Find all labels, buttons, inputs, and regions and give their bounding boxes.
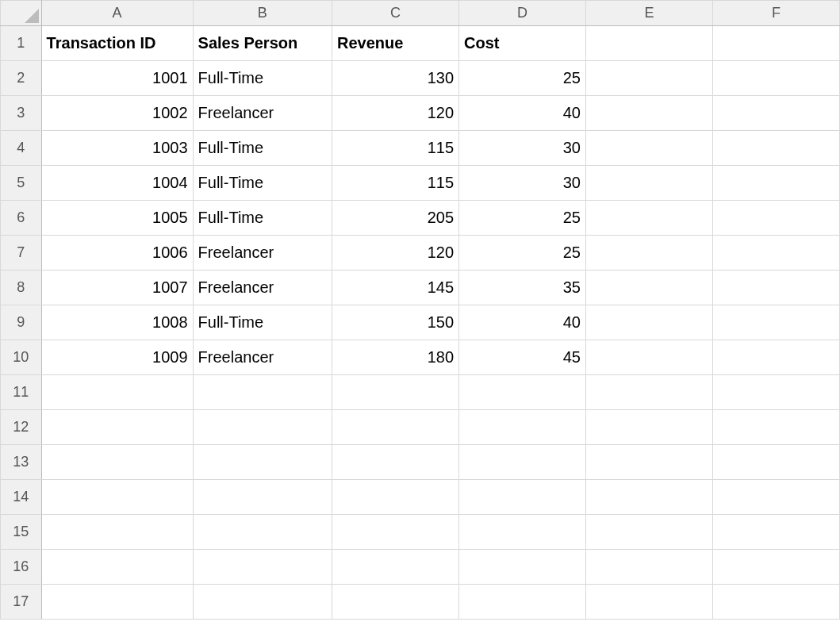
column-header-C[interactable]: C [332, 1, 459, 26]
cell-C10[interactable]: 180 [332, 340, 459, 375]
cell-F11[interactable] [712, 375, 839, 410]
cell-C13[interactable] [332, 445, 459, 480]
cell-C11[interactable] [332, 375, 459, 410]
cell-C1[interactable]: Revenue [332, 26, 459, 61]
cell-A12[interactable] [41, 410, 193, 445]
cell-B7[interactable]: Freelancer [193, 236, 332, 271]
cell-D3[interactable]: 40 [459, 96, 586, 131]
cell-E5[interactable] [586, 166, 713, 201]
cell-E13[interactable] [586, 445, 713, 480]
cell-D6[interactable]: 25 [459, 201, 586, 236]
cell-C4[interactable]: 115 [332, 131, 459, 166]
column-header-B[interactable]: B [193, 1, 332, 26]
cell-E11[interactable] [586, 375, 713, 410]
cell-E15[interactable] [586, 515, 713, 550]
cell-D10[interactable]: 45 [459, 340, 586, 375]
cell-D12[interactable] [459, 410, 586, 445]
cell-E8[interactable] [586, 271, 713, 305]
cell-D11[interactable] [459, 375, 586, 410]
cell-A16[interactable] [41, 550, 193, 585]
cell-F6[interactable] [712, 201, 839, 236]
cell-D4[interactable]: 30 [459, 131, 586, 166]
cell-A14[interactable] [41, 480, 193, 515]
cell-B5[interactable]: Full-Time [193, 166, 332, 201]
cell-A13[interactable] [41, 445, 193, 480]
cell-B3[interactable]: Freelancer [193, 96, 332, 131]
cell-D5[interactable]: 30 [459, 166, 586, 201]
cell-D16[interactable] [459, 550, 586, 585]
row-header-10[interactable]: 10 [1, 340, 42, 375]
cell-F15[interactable] [712, 515, 839, 550]
cell-B12[interactable] [193, 410, 332, 445]
cell-A7[interactable]: 1006 [41, 236, 193, 271]
cell-F3[interactable] [712, 96, 839, 131]
row-header-1[interactable]: 1 [1, 26, 42, 61]
cell-E14[interactable] [586, 480, 713, 515]
cell-B17[interactable] [193, 585, 332, 620]
cell-B14[interactable] [193, 480, 332, 515]
cell-F17[interactable] [712, 585, 839, 620]
cell-F16[interactable] [712, 550, 839, 585]
cell-A17[interactable] [41, 585, 193, 620]
cell-A9[interactable]: 1008 [41, 305, 193, 340]
cell-E17[interactable] [586, 585, 713, 620]
row-header-5[interactable]: 5 [1, 166, 42, 201]
cell-C9[interactable]: 150 [332, 305, 459, 340]
cell-B11[interactable] [193, 375, 332, 410]
cell-B10[interactable]: Freelancer [193, 340, 332, 375]
cell-D14[interactable] [459, 480, 586, 515]
cell-C6[interactable]: 205 [332, 201, 459, 236]
cell-C8[interactable]: 145 [332, 271, 459, 305]
cell-D8[interactable]: 35 [459, 271, 586, 305]
cell-B13[interactable] [193, 445, 332, 480]
cell-F12[interactable] [712, 410, 839, 445]
row-header-12[interactable]: 12 [1, 410, 42, 445]
cell-B15[interactable] [193, 515, 332, 550]
row-header-8[interactable]: 8 [1, 271, 42, 305]
select-all-corner[interactable] [1, 1, 42, 26]
cell-B16[interactable] [193, 550, 332, 585]
cell-C2[interactable]: 130 [332, 61, 459, 96]
cell-B2[interactable]: Full-Time [193, 61, 332, 96]
cell-F1[interactable] [712, 26, 839, 61]
row-header-2[interactable]: 2 [1, 61, 42, 96]
cell-E12[interactable] [586, 410, 713, 445]
cell-E6[interactable] [586, 201, 713, 236]
cell-F9[interactable] [712, 305, 839, 340]
cell-D13[interactable] [459, 445, 586, 480]
cell-D15[interactable] [459, 515, 586, 550]
cell-A6[interactable]: 1005 [41, 201, 193, 236]
cell-F2[interactable] [712, 61, 839, 96]
row-header-17[interactable]: 17 [1, 585, 42, 620]
row-header-7[interactable]: 7 [1, 236, 42, 271]
cell-A3[interactable]: 1002 [41, 96, 193, 131]
cell-F13[interactable] [712, 445, 839, 480]
cell-F5[interactable] [712, 166, 839, 201]
cell-C7[interactable]: 120 [332, 236, 459, 271]
cell-E7[interactable] [586, 236, 713, 271]
cell-E16[interactable] [586, 550, 713, 585]
cell-A15[interactable] [41, 515, 193, 550]
column-header-A[interactable]: A [41, 1, 193, 26]
cell-C5[interactable]: 115 [332, 166, 459, 201]
cell-F10[interactable] [712, 340, 839, 375]
cell-A11[interactable] [41, 375, 193, 410]
row-header-15[interactable]: 15 [1, 515, 42, 550]
cell-C14[interactable] [332, 480, 459, 515]
row-header-11[interactable]: 11 [1, 375, 42, 410]
cell-C16[interactable] [332, 550, 459, 585]
cell-A2[interactable]: 1001 [41, 61, 193, 96]
row-header-3[interactable]: 3 [1, 96, 42, 131]
cell-D17[interactable] [459, 585, 586, 620]
row-header-6[interactable]: 6 [1, 201, 42, 236]
cell-C12[interactable] [332, 410, 459, 445]
cell-E9[interactable] [586, 305, 713, 340]
cell-C3[interactable]: 120 [332, 96, 459, 131]
row-header-4[interactable]: 4 [1, 131, 42, 166]
row-header-14[interactable]: 14 [1, 480, 42, 515]
row-header-9[interactable]: 9 [1, 305, 42, 340]
cell-A4[interactable]: 1003 [41, 131, 193, 166]
cell-A8[interactable]: 1007 [41, 271, 193, 305]
cell-F8[interactable] [712, 271, 839, 305]
cell-A5[interactable]: 1004 [41, 166, 193, 201]
